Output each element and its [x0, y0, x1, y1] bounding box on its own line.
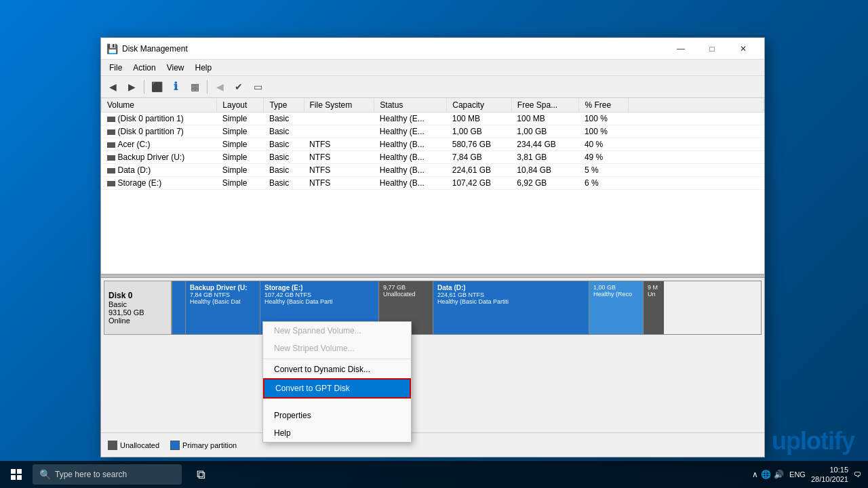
toolbar-separator-1 — [144, 80, 144, 94]
segment-label: Data (D:) — [437, 284, 585, 291]
cell-volume: Acer (C:) — [102, 138, 217, 151]
cell-layout: Simple — [217, 151, 264, 164]
svg-rect-1 — [17, 469, 22, 474]
disk-segment[interactable]: Data (D:) 224,61 GB NTFS Healthy (Basic … — [433, 281, 589, 334]
cell-extra — [629, 113, 764, 125]
main-content: Volume Layout Type File System Status Ca… — [101, 98, 764, 432]
check-button[interactable]: ✔ — [230, 78, 248, 96]
lang-indicator: ENG — [789, 470, 806, 479]
cell-capacity: 7,84 GB — [447, 151, 512, 164]
maximize-button[interactable]: □ — [696, 38, 728, 60]
network-icon: 🌐 — [761, 470, 771, 479]
taskbar: 🔍 Type here to search ⧉ ∧ 🌐 🔊 ENG 10:15 … — [0, 461, 868, 488]
cell-pct: 6 % — [579, 177, 629, 190]
context-menu-item[interactable]: Properties — [263, 407, 411, 424]
table-row[interactable]: Storage (E:) Simple Basic NTFS Healthy (… — [102, 177, 764, 190]
context-menu-item[interactable]: Convert to Dynamic Disk... — [263, 361, 411, 378]
segment-size: 7,84 GB NTFS — [190, 291, 256, 298]
cell-volume: Backup Driver (U:) — [102, 151, 217, 164]
disk-management-window: 💾 Disk Management — □ ✕ File Action View… — [100, 37, 765, 458]
cell-status: Healthy (B... — [374, 151, 447, 164]
menu-view[interactable]: View — [161, 62, 190, 74]
taskbar-search[interactable]: 🔍 Type here to search — [33, 464, 182, 485]
disk-segment[interactable]: 9 M Un — [644, 281, 664, 334]
start-button[interactable] — [0, 461, 33, 488]
cell-extra — [629, 125, 764, 138]
table-row[interactable]: (Disk 0 partition 7) Simple Basic Health… — [102, 125, 764, 138]
disk-segment[interactable]: 1,00 GB Healthy (Reco — [589, 281, 644, 334]
cell-free: 234,44 GB — [511, 138, 579, 151]
context-menu-separator — [263, 359, 411, 359]
table-row[interactable]: (Disk 0 partition 1) Simple Basic Health… — [102, 113, 764, 125]
cell-fs: NTFS — [304, 177, 374, 190]
cell-status: Healthy (B... — [374, 177, 447, 190]
disk-segment[interactable]: Backup Driver (U: 7,84 GB NTFS Healthy (… — [186, 281, 260, 334]
cell-type: Basic — [264, 151, 304, 164]
menu-file[interactable]: File — [104, 62, 127, 74]
menu-action[interactable]: Action — [127, 62, 161, 74]
disk-status: Online — [108, 317, 167, 325]
cell-type: Basic — [264, 177, 304, 190]
taskview-button[interactable]: ⧉ — [187, 461, 214, 488]
title-bar: 💾 Disk Management — □ ✕ — [101, 38, 764, 60]
segment-status: Healthy (Basic Data Partiti — [437, 298, 585, 305]
cell-free: 1,00 GB — [511, 125, 579, 138]
cell-status: Healthy (B... — [374, 138, 447, 151]
segment-status: Healthy (Reco — [593, 291, 639, 298]
col-type: Type — [264, 98, 304, 113]
disk-row: Disk 0 Basic 931,50 GB Online Backup Dri… — [104, 281, 762, 335]
minimize-button[interactable]: — — [665, 38, 696, 60]
cell-volume: Data (D:) — [102, 164, 217, 177]
search-icon: 🔍 — [39, 469, 51, 480]
refresh-button[interactable]: ◀ — [211, 78, 229, 96]
back-button[interactable]: ◀ — [104, 78, 121, 96]
disk-segment[interactable] — [172, 281, 186, 334]
legend-primary-label: Primary partition — [182, 441, 237, 449]
cell-capacity: 100 MB — [447, 113, 512, 125]
cell-free: 6,92 GB — [511, 177, 579, 190]
disk-map-area: Disk 0 Basic 931,50 GB Online Backup Dri… — [101, 278, 764, 432]
disk-segments: Backup Driver (U: 7,84 GB NTFS Healthy (… — [172, 281, 762, 335]
cell-type: Basic — [264, 138, 304, 151]
up-button[interactable]: ⬛ — [148, 78, 165, 96]
sound-icon: 🔊 — [774, 470, 784, 479]
menu-help[interactable]: Help — [190, 62, 218, 74]
segment-label: Storage (E:) — [264, 284, 374, 291]
segment-status: Unallocated — [383, 291, 429, 298]
table-row[interactable]: Backup Driver (U:) Simple Basic NTFS Hea… — [102, 151, 764, 164]
legend-unalloc-box — [108, 441, 117, 450]
segment-size: 107,42 GB NTFS — [264, 291, 374, 298]
cell-layout: Simple — [217, 125, 264, 138]
table-row[interactable]: Acer (C:) Simple Basic NTFS Healthy (B..… — [102, 138, 764, 151]
cell-extra — [629, 177, 764, 190]
close-button[interactable]: ✕ — [728, 38, 759, 60]
col-volume: Volume — [102, 98, 217, 113]
forward-button[interactable]: ▶ — [123, 78, 140, 96]
taskbar-center: ⧉ — [187, 461, 214, 488]
svg-rect-2 — [11, 475, 16, 480]
view-button[interactable]: ▭ — [249, 78, 267, 96]
info-button[interactable]: ℹ — [167, 78, 184, 96]
col-filesystem: File System — [304, 98, 374, 113]
cell-volume: Storage (E:) — [102, 177, 217, 190]
window-controls: — □ ✕ — [665, 38, 759, 60]
cell-capacity: 107,42 GB — [447, 177, 512, 190]
disk-name: Disk 0 — [108, 291, 167, 300]
cell-layout: Simple — [217, 138, 264, 151]
segment-status: Un — [648, 291, 660, 298]
cell-free: 100 MB — [511, 113, 579, 125]
toolbar: ◀ ▶ ⬛ ℹ ▦ ◀ ✔ ▭ — [101, 76, 764, 98]
cell-capacity: 580,76 GB — [447, 138, 512, 151]
context-menu-item[interactable]: Help — [263, 424, 411, 442]
segment-size: 224,61 GB NTFS — [437, 291, 585, 298]
cell-fs — [304, 125, 374, 138]
legend-primary: Primary partition — [170, 441, 237, 450]
cell-pct: 49 % — [579, 151, 629, 164]
cell-free: 3,81 GB — [511, 151, 579, 164]
notification-icon: 🗨 — [854, 470, 861, 479]
grid-button[interactable]: ▦ — [186, 78, 203, 96]
table-row[interactable]: Data (D:) Simple Basic NTFS Healthy (B..… — [102, 164, 764, 177]
cell-status: Healthy (B... — [374, 164, 447, 177]
context-menu-item[interactable]: Convert to GPT Disk — [263, 378, 411, 399]
cell-capacity: 224,61 GB — [447, 164, 512, 177]
